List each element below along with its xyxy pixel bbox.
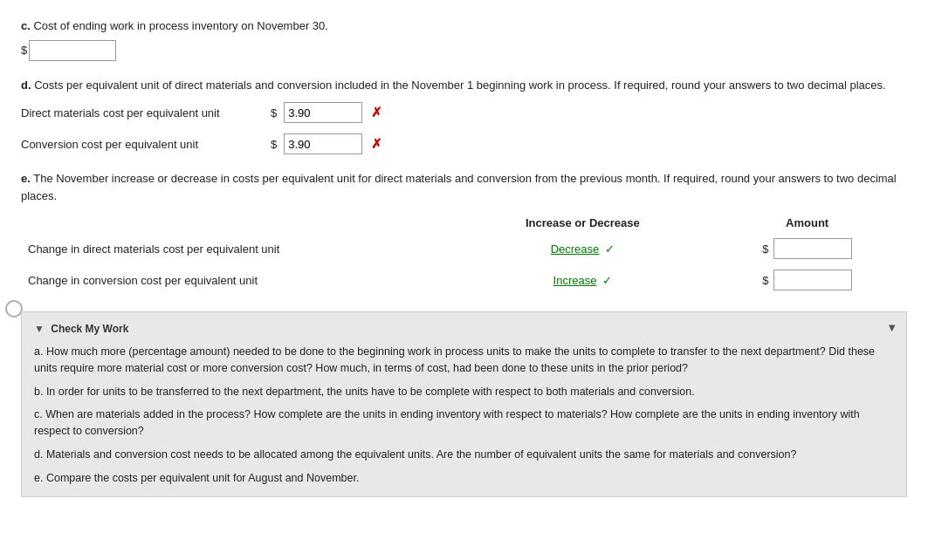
circle-indicator [5,300,23,318]
feedback-item-e: e. Compare the costs per equivalent unit… [34,470,894,487]
feedback-item-c: c. When are materials added in the proce… [34,406,894,440]
section-d-row-2-error-icon: ✗ [371,136,382,152]
section-e-row-2-increase-link[interactable]: Increase [553,274,597,287]
feedback-box: ▼ Check My Work ▼ a. How much more (perc… [21,311,907,497]
section-e-row-1-amount-cell: $ [707,233,907,264]
section-e-row-1-checkmark: ✓ [605,242,615,256]
section-d-row-1: Direct materials cost per equivalent uni… [21,102,907,123]
section-d-row-1-label: Direct materials cost per equivalent uni… [21,106,265,120]
section-e-row-1-status: Decrease ✓ [457,233,707,264]
section-c-label: c. Cost of ending work in process invent… [21,17,907,35]
feedback-title: ▼ Check My Work [34,323,894,335]
section-e-row-2-label: Change in conversion cost per equivalent… [21,264,457,296]
section-d-label: d. Costs per equivalent unit of direct m… [21,77,907,94]
section-e-row-2-dollar: $ [762,274,768,287]
feedback-collapse-icon[interactable]: ▼ [886,321,897,334]
section-d-row-2: Conversion cost per equivalent unit $ ✗ [21,133,907,154]
section-e-label: e. The November increase or decrease in … [21,170,907,204]
section-e-col-label-header [21,213,457,233]
section-e-row-1-decrease-link[interactable]: Decrease [551,242,600,256]
section-c-dollar: $ [21,44,27,57]
feedback-title-text: Check My Work [51,323,128,335]
section-e-row-1-amount-input[interactable] [773,238,852,259]
section-d: d. Costs per equivalent unit of direct m… [21,77,907,155]
section-e-row-2: Change in conversion cost per equivalent… [21,264,907,296]
section-d-row-2-dollar: $ [271,138,277,151]
section-e-row-2-amount-input[interactable] [773,270,852,290]
section-e-col-amount-header: Amount [707,213,907,233]
section-c: c. Cost of ending work in process invent… [21,17,907,61]
section-e-row-1-dollar: $ [762,242,768,256]
section-c-input[interactable] [29,40,116,61]
feedback-item-b: b. In order for units to be transferred … [34,384,894,400]
section-d-row-1-input[interactable] [284,102,362,123]
section-e-col-increase-decrease-header: Increase or Decrease [457,213,707,233]
section-e-row-1: Change in direct materials cost per equi… [21,233,907,264]
section-e-row-2-checkmark: ✓ [602,274,612,287]
section-e-row-2-amount-cell: $ [707,264,907,296]
section-d-row-1-dollar: $ [271,106,277,120]
feedback-triangle-icon: ▼ [34,323,45,335]
section-d-row-1-error-icon: ✗ [371,105,382,120]
section-e-row-1-label: Change in direct materials cost per equi… [21,233,457,264]
section-d-row-2-input[interactable] [284,133,362,154]
feedback-item-d: d. Materials and conversion cost needs t… [34,447,894,463]
section-e: e. The November increase or decrease in … [21,170,907,296]
section-e-table: Increase or Decrease Amount Change in di… [21,213,907,296]
section-e-row-2-status: Increase ✓ [457,264,707,296]
feedback-item-a: a. How much more (percentage amount) nee… [34,344,894,377]
section-d-row-2-label: Conversion cost per equivalent unit [21,138,265,151]
